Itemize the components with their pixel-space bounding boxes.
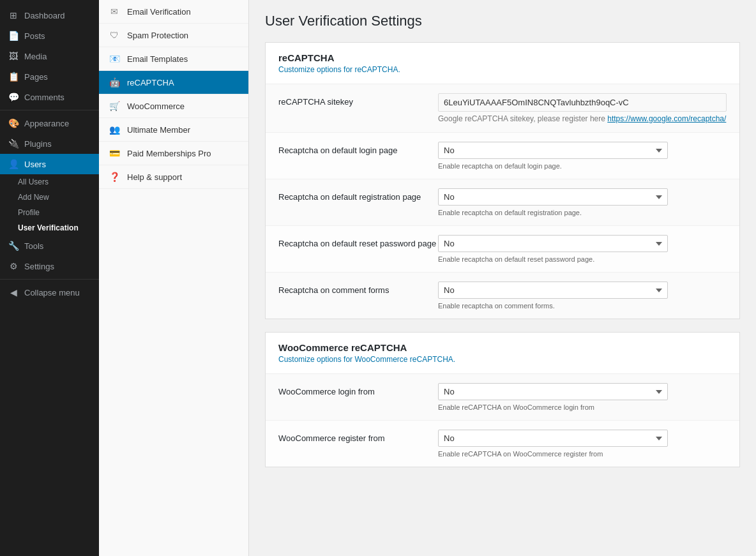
sidebar-item-comments[interactable]: 💬 Comments bbox=[0, 87, 99, 107]
woocommerce-recaptcha-section-title: WooCommerce reCAPTCHA bbox=[278, 342, 727, 353]
woocommerce-recaptcha-section-header: WooCommerce reCAPTCHA Customize options … bbox=[266, 333, 739, 374]
plugin-menu-email-templates[interactable]: 📧 Email Templates bbox=[99, 47, 248, 71]
sidebar-item-tools[interactable]: 🔧 Tools bbox=[0, 236, 99, 256]
recaptcha-icon: 🤖 bbox=[108, 77, 121, 87]
sidebar-item-users[interactable]: 👤 Users bbox=[0, 154, 99, 174]
recaptcha-login-row: Recaptcha on default login page No Yes E… bbox=[266, 133, 739, 179]
recaptcha-reset-password-label: Recaptcha on default reset password page bbox=[278, 235, 438, 248]
recaptcha-register-link[interactable]: https://www.google.com/recaptcha/ bbox=[607, 114, 726, 123]
appearance-icon: 🎨 bbox=[8, 118, 19, 128]
woo-register-help: Enable reCAPTCHA on WooCommerce register… bbox=[438, 450, 727, 458]
woo-login-label: WooCommerce login from bbox=[278, 383, 438, 396]
plugin-menu-ultimate-member[interactable]: 👥 Ultimate Member bbox=[99, 118, 248, 142]
plugins-icon: 🔌 bbox=[8, 139, 19, 149]
recaptcha-sitekey-control: Google reCAPTCHA sitekey, please registe… bbox=[438, 93, 727, 123]
plugin-menu-email-verification[interactable]: ✉ Email Verification bbox=[99, 0, 248, 24]
recaptcha-comment-forms-help: Enable recaptcha on comment forms. bbox=[438, 302, 727, 310]
plugin-menu-recaptcha[interactable]: 🤖 reCAPTCHA bbox=[99, 71, 248, 94]
recaptcha-section-header: reCAPTCHA Customize options for reCAPTCH… bbox=[266, 43, 739, 84]
dashboard-icon: ⊞ bbox=[8, 10, 19, 20]
users-icon: 👤 bbox=[8, 159, 19, 169]
woocommerce-recaptcha-settings-section: WooCommerce reCAPTCHA Customize options … bbox=[265, 332, 740, 467]
woo-login-help: Enable reCAPTCHA on WooCommerce login fr… bbox=[438, 403, 727, 411]
recaptcha-section-title: reCAPTCHA bbox=[278, 52, 727, 63]
settings-icon: ⚙ bbox=[8, 261, 19, 271]
woocommerce-icon: 🛒 bbox=[108, 101, 121, 111]
sidebar-item-pages[interactable]: 📋 Pages bbox=[0, 66, 99, 87]
recaptcha-reset-password-select[interactable]: No Yes bbox=[438, 235, 668, 252]
sidebar-item-collapse[interactable]: ◀ Collapse menu bbox=[0, 282, 99, 303]
woo-login-row: WooCommerce login from No Yes Enable reC… bbox=[266, 374, 739, 421]
woo-login-control: No Yes Enable reCAPTCHA on WooCommerce l… bbox=[438, 383, 727, 411]
woocommerce-recaptcha-section-subtitle: Customize options for WooCommerce reCAPT… bbox=[278, 355, 727, 364]
recaptcha-reset-password-row: Recaptcha on default reset password page… bbox=[266, 226, 739, 273]
woo-register-control: No Yes Enable reCAPTCHA on WooCommerce r… bbox=[438, 430, 727, 458]
help-support-icon: ❓ bbox=[108, 172, 121, 182]
sidebar-sub-all-users[interactable]: All Users bbox=[0, 174, 99, 190]
sidebar-item-plugins[interactable]: 🔌 Plugins bbox=[0, 133, 99, 154]
plugin-menu-woocommerce[interactable]: 🛒 WooCommerce bbox=[99, 94, 248, 118]
recaptcha-section-subtitle: Customize options for reCAPTCHA. bbox=[278, 65, 727, 74]
sidebar-item-dashboard[interactable]: ⊞ Dashboard bbox=[0, 5, 99, 26]
recaptcha-comment-forms-label: Recaptcha on comment forms bbox=[278, 282, 438, 295]
recaptcha-registration-row: Recaptcha on default registration page N… bbox=[266, 179, 739, 226]
sidebar-item-media[interactable]: 🖼 Media bbox=[0, 46, 99, 66]
email-verification-icon: ✉ bbox=[108, 6, 121, 17]
sidebar-sub-add-new[interactable]: Add New bbox=[0, 190, 99, 205]
recaptcha-registration-select[interactable]: No Yes bbox=[438, 188, 668, 206]
comments-icon: 💬 bbox=[8, 92, 19, 102]
ultimate-member-icon: 👥 bbox=[108, 124, 121, 135]
recaptcha-comment-forms-row: Recaptcha on comment forms No Yes Enable… bbox=[266, 273, 739, 319]
recaptcha-registration-label: Recaptcha on default registration page bbox=[278, 188, 438, 202]
recaptcha-reset-password-control: No Yes Enable recaptcha on default reset… bbox=[438, 235, 727, 263]
plugin-menu-paid-memberships-pro[interactable]: 💳 Paid Memberships Pro bbox=[99, 142, 248, 165]
plugin-menu-spam-protection[interactable]: 🛡 Spam Protection bbox=[99, 24, 248, 47]
recaptcha-sitekey-input[interactable] bbox=[438, 93, 727, 112]
paid-memberships-icon: 💳 bbox=[108, 148, 121, 158]
recaptcha-login-select[interactable]: No Yes bbox=[438, 142, 668, 159]
recaptcha-login-control: No Yes Enable recaptcha on default login… bbox=[438, 142, 727, 170]
recaptcha-registration-control: No Yes Enable recaptcha on default regis… bbox=[438, 188, 727, 216]
sidebar-item-appearance[interactable]: 🎨 Appearance bbox=[0, 113, 99, 133]
main-content: ✉ Email Verification 🛡 Spam Protection 📧… bbox=[99, 0, 756, 556]
page-title: User Verification Settings bbox=[265, 13, 740, 29]
sidebar-item-posts[interactable]: 📄 Posts bbox=[0, 26, 99, 46]
recaptcha-comment-forms-select[interactable]: No Yes bbox=[438, 282, 668, 299]
recaptcha-login-help: Enable recaptcha on default login page. bbox=[438, 162, 727, 170]
recaptcha-sitekey-label: reCAPTCHA sitekey bbox=[278, 93, 438, 107]
pages-icon: 📋 bbox=[8, 71, 19, 82]
posts-icon: 📄 bbox=[8, 31, 19, 41]
recaptcha-login-label: Recaptcha on default login page bbox=[278, 142, 438, 155]
woo-register-select[interactable]: No Yes bbox=[438, 430, 668, 447]
woo-login-select[interactable]: No Yes bbox=[438, 383, 668, 400]
email-templates-icon: 📧 bbox=[108, 54, 121, 64]
recaptcha-sitekey-row: reCAPTCHA sitekey Google reCAPTCHA sitek… bbox=[266, 84, 739, 133]
tools-icon: 🔧 bbox=[8, 241, 19, 251]
recaptcha-settings-section: reCAPTCHA Customize options for reCAPTCH… bbox=[265, 42, 740, 319]
recaptcha-sitekey-note: Google reCAPTCHA sitekey, please registe… bbox=[438, 114, 727, 123]
sidebar-item-settings[interactable]: ⚙ Settings bbox=[0, 256, 99, 276]
plugin-menu-help-support[interactable]: ❓ Help & support bbox=[99, 165, 248, 189]
woo-register-row: WooCommerce register from No Yes Enable … bbox=[266, 421, 739, 467]
recaptcha-comment-forms-control: No Yes Enable recaptcha on comment forms… bbox=[438, 282, 727, 310]
collapse-icon: ◀ bbox=[8, 287, 19, 297]
recaptcha-registration-help: Enable recaptcha on default registration… bbox=[438, 209, 727, 216]
content-area: User Verification Settings reCAPTCHA Cus… bbox=[249, 0, 756, 556]
sidebar-sub-user-verification[interactable]: User Verification bbox=[0, 220, 99, 236]
media-icon: 🖼 bbox=[8, 51, 19, 61]
spam-protection-icon: 🛡 bbox=[108, 30, 121, 40]
sidebar-sub-profile[interactable]: Profile bbox=[0, 205, 99, 220]
recaptcha-reset-password-help: Enable recaptcha on default reset passwo… bbox=[438, 255, 727, 263]
woo-register-label: WooCommerce register from bbox=[278, 430, 438, 443]
sidebar: ⊞ Dashboard 📄 Posts 🖼 Media 📋 Pages 💬 Co… bbox=[0, 0, 99, 556]
plugin-sidebar: ✉ Email Verification 🛡 Spam Protection 📧… bbox=[99, 0, 249, 556]
